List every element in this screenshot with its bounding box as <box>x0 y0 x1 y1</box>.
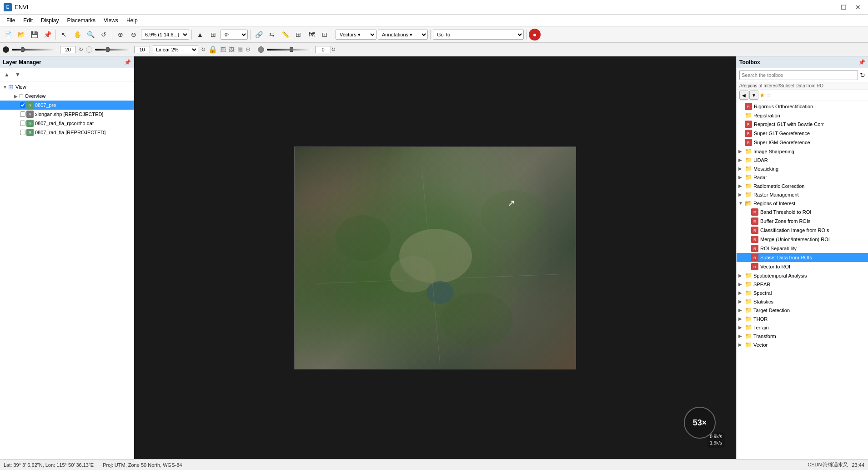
tool-spatiotemporal[interactable]: ▶ 📁 Spatiotemporal Analysis <box>737 271 868 280</box>
layer-xiongan[interactable]: V xiongan.shp [REPROJECTED] <box>0 110 134 119</box>
tool-subset-data[interactable]: R Subset Data from ROIs <box>737 253 868 262</box>
layer-0807-pre-checkbox[interactable] <box>20 102 25 108</box>
raster-mgmt-expander[interactable]: ▶ <box>738 192 745 197</box>
layer-panel-pin[interactable]: 📌 <box>124 59 131 66</box>
lock-icon[interactable]: 🔒 <box>208 45 217 54</box>
tool-mosaicking[interactable]: ▶ 📁 Mosaicking <box>737 164 868 173</box>
menu-file[interactable]: File <box>3 16 19 25</box>
spatiotemporal-expander[interactable]: ▶ <box>738 273 745 278</box>
tool-buffer-zone[interactable]: R Buffer Zone from ROIs <box>737 217 868 226</box>
tree-view-node[interactable]: ▼ ⊞ View <box>0 82 134 91</box>
stretch-type-select[interactable]: Linear 2% Linear 5% Gaussian Equalizatio… <box>153 45 198 54</box>
tool-raster-mgmt[interactable]: ▶ 📁 Raster Management <box>737 190 868 199</box>
contrast-slider[interactable] <box>95 49 131 51</box>
save-button[interactable]: 💾 <box>28 29 40 40</box>
layer-xiongan-checkbox[interactable] <box>20 111 25 117</box>
transform-expander[interactable]: ▶ <box>738 334 745 339</box>
tool-super-glt[interactable]: R Super GLT Georeference <box>737 129 868 138</box>
tool-vector-to-roi[interactable]: R Vector to ROI <box>737 262 868 271</box>
menu-views[interactable]: Views <box>100 16 122 25</box>
spectral-expander[interactable]: ▶ <box>738 290 745 295</box>
tool-radar[interactable]: ▶ 📁 Radar <box>737 173 868 182</box>
settings-button[interactable]: ● <box>529 29 541 40</box>
tool-super-igm[interactable]: R Super IGM Georeference <box>737 138 868 147</box>
menu-display[interactable]: Display <box>37 16 62 25</box>
map-area[interactable]: ↗ 0.9k/s 1.9k/s 53× <box>134 56 736 459</box>
gamma-refresh[interactable]: ↻ <box>331 46 336 53</box>
layer-collapse-button[interactable]: ▲ <box>2 70 12 80</box>
gamma-slider[interactable] <box>267 49 312 51</box>
tool-image-sharpening[interactable]: ▶ 📁 Image Sharpening <box>737 147 868 156</box>
tool-thor[interactable]: ▶ 📁 THOR <box>737 314 868 323</box>
map-image[interactable] <box>294 147 576 369</box>
tool-roi-folder[interactable]: ▼ 📂 Regions of Interest <box>737 199 868 207</box>
vectors-select[interactable]: Vectors ▾ <box>336 30 376 40</box>
star-empty-icon[interactable]: ☆ <box>766 91 772 99</box>
zoom-in-button[interactable]: ⊕ <box>115 29 126 40</box>
vector-expander[interactable]: ▶ <box>738 342 745 347</box>
tool-transform[interactable]: ▶ 📁 Transform <box>737 332 868 340</box>
tool-lidar[interactable]: ▶ 📁 LiDAR <box>737 156 868 164</box>
thor-expander[interactable]: ▶ <box>738 316 745 321</box>
link-button[interactable]: 🔗 <box>253 29 265 40</box>
tool-spear[interactable]: ▶ 📁 SPEAR <box>737 280 868 288</box>
maximize-button[interactable]: ☐ <box>837 2 850 13</box>
overview-expander[interactable]: ▶ <box>13 94 19 99</box>
layer-rad-rpcortho[interactable]: R 0807_rad_fla_rpcortho.dat <box>0 119 134 128</box>
lidar-expander[interactable]: ▶ <box>738 157 745 162</box>
tool-classification-image[interactable]: R Classification Image from ROIs <box>737 226 868 235</box>
star-filled-icon[interactable]: ★ <box>759 91 765 99</box>
layer-rad-reprojected-checkbox[interactable] <box>20 130 25 135</box>
radiometric-expander[interactable]: ▶ <box>738 183 745 188</box>
gamma-value[interactable]: 0 <box>315 46 331 53</box>
goto-select[interactable]: Go To <box>433 30 524 40</box>
layer-rad-reprojected[interactable]: R 0807_rad_fla [REPROJECTED] <box>0 128 134 137</box>
statistics-expander[interactable]: ▶ <box>738 299 745 304</box>
view-expander[interactable]: ▼ <box>2 85 8 90</box>
toolbox-forward-button[interactable]: ▼ <box>749 91 758 100</box>
tool-reproject-glt[interactable]: R Reproject GLT with Bowtie Corr <box>737 120 868 129</box>
image-sharpening-expander[interactable]: ▶ <box>738 149 745 154</box>
brightness-refresh[interactable]: ↻ <box>79 46 83 53</box>
north-up-button[interactable]: ▲ <box>194 29 206 40</box>
tool-band-threshold[interactable]: R Band Threshold to ROI <box>737 207 868 217</box>
toolbox-refresh-button[interactable]: ↻ <box>860 71 865 79</box>
minimize-button[interactable]: — <box>823 2 835 13</box>
close-button[interactable]: ✕ <box>852 2 864 13</box>
spear-expander[interactable]: ▶ <box>738 282 745 287</box>
pointer-tool[interactable]: ↖ <box>58 29 70 40</box>
brightness-slider[interactable] <box>12 49 57 51</box>
measure-button[interactable]: 📏 <box>279 29 291 40</box>
tool-merge-roi[interactable]: R Merge (Union/Intersection) ROI <box>737 235 868 244</box>
rotate-tool[interactable]: ↺ <box>98 29 110 40</box>
layer-0807-pre[interactable]: R 0807_pre <box>0 101 134 110</box>
coords-button[interactable]: ⊡ <box>319 29 331 40</box>
tool-radiometric[interactable]: ▶ 📁 Radiometric Correction <box>737 182 868 190</box>
tool-vector[interactable]: ▶ 📁 Vector <box>737 340 868 349</box>
menu-placemarks[interactable]: Placemarks <box>63 16 99 25</box>
tool-terrain[interactable]: ▶ 📁 Terrain <box>737 323 868 332</box>
toolbox-pin[interactable]: 📌 <box>858 59 865 66</box>
tool-registration[interactable]: 📁 Registration <box>737 111 868 120</box>
target-icon[interactable]: ⊕ <box>246 46 251 53</box>
roi-expander[interactable]: ▼ <box>738 201 745 206</box>
terrain-expander[interactable]: ▶ <box>738 325 745 330</box>
tool-roi-separability[interactable]: R ROI Separability <box>737 244 868 253</box>
brightness-value[interactable]: 20 <box>60 46 76 53</box>
menu-help[interactable]: Help <box>123 16 141 25</box>
zoom-extent-button[interactable]: ⊞ <box>207 29 219 40</box>
zoom-select[interactable]: 6.9% (1:14.6...) 25% 50% 100% <box>141 30 189 40</box>
layer-rad-rpcortho-checkbox[interactable] <box>20 121 25 126</box>
overview-button[interactable]: 🗺 <box>306 29 317 40</box>
grid-stretch-icon[interactable]: ▦ <box>237 46 243 53</box>
radar-expander[interactable]: ▶ <box>738 175 745 180</box>
image-icon-right[interactable]: 🖼 <box>229 46 235 53</box>
tool-statistics[interactable]: ▶ 📁 Statistics <box>737 297 868 306</box>
open-button[interactable]: 📂 <box>15 29 27 40</box>
toolbox-search-input[interactable] <box>739 70 858 80</box>
toolbox-back-button[interactable]: ◀ <box>739 91 748 100</box>
image-icon-left[interactable]: 🖼 <box>220 46 226 53</box>
zoom-out-button[interactable]: ⊖ <box>128 29 140 40</box>
tool-spectral[interactable]: ▶ 📁 Spectral <box>737 288 868 297</box>
bookmark-button[interactable]: 📌 <box>41 29 53 40</box>
